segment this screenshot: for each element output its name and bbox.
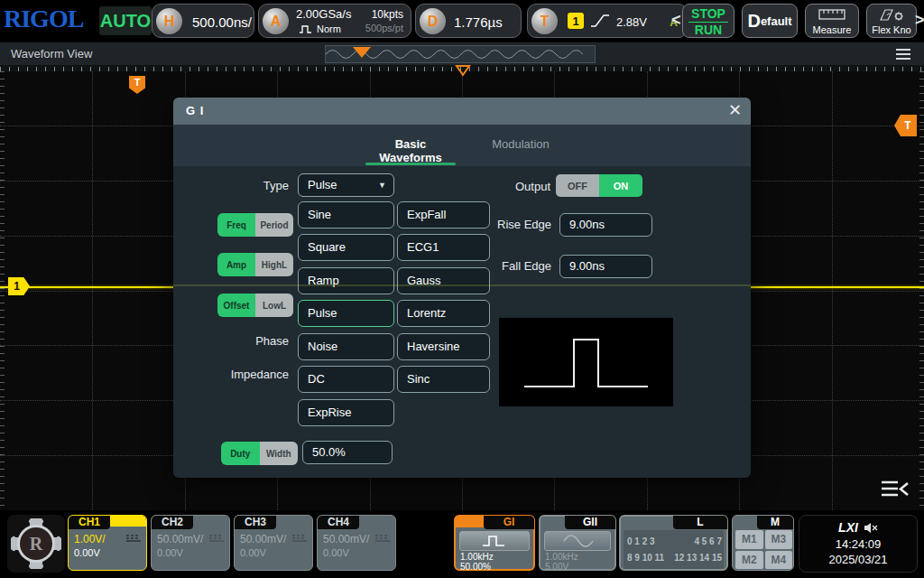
math-name: M xyxy=(757,516,793,529)
math4-button[interactable]: M4 xyxy=(765,551,793,570)
waveform-button-pulse[interactable]: Pulse xyxy=(298,300,394,327)
output-on[interactable]: ON xyxy=(599,174,642,197)
logic-name: L xyxy=(673,516,727,529)
trigger-position-triangle-icon[interactable] xyxy=(455,65,471,77)
lxi-logo: LXI xyxy=(838,520,858,535)
horizontal-settings[interactable]: H 500.00ns/ xyxy=(152,4,254,38)
measure-button[interactable]: Measure xyxy=(805,4,859,38)
gi-generator-box[interactable]: GI 1.00kHz 50.00% xyxy=(454,515,535,571)
acquire-knob-icon[interactable]: A xyxy=(263,8,289,34)
logic-panel: 0 1 2 3 4 5 6 7 8 9 10 11 12 13 14 15 xyxy=(624,530,724,569)
pulse-icon xyxy=(299,24,313,33)
duty-field[interactable]: 50.0% xyxy=(302,441,393,464)
sample-resolution: 500ps/pt xyxy=(365,23,403,33)
dialog-header[interactable]: G I ✕ xyxy=(173,98,751,125)
trigger-level-marker[interactable]: T xyxy=(894,115,917,136)
toolbar-next-arrow[interactable]: > xyxy=(915,11,924,30)
waveform-button-ecg1[interactable]: ECG1 xyxy=(397,234,490,261)
type-dropdown[interactable]: Pulse ▼ xyxy=(298,173,394,197)
amp-option[interactable]: Amp xyxy=(217,253,255,276)
waveform-button-sinc[interactable]: Sinc xyxy=(397,366,490,393)
page-title: Waveform View xyxy=(11,47,92,61)
default-rest: efault xyxy=(761,14,792,28)
channel2-scale: 50.00mV/ xyxy=(157,533,203,545)
rising-edge-icon xyxy=(589,13,611,29)
gii-amp: 5.00V xyxy=(545,562,568,572)
phase-label: Phase xyxy=(173,334,289,348)
trigger-settings[interactable]: T 1 2.88V A xyxy=(527,4,688,38)
channel1-marker[interactable]: 1 xyxy=(8,277,30,295)
clock-date: 2025/03/21 xyxy=(799,553,917,566)
status-box[interactable]: LXI 14:24:09 2025/03/21 xyxy=(799,515,918,573)
channel3-box[interactable]: CH3 50.00mV/ 0.00V xyxy=(234,515,313,571)
bw-limit-icon xyxy=(291,534,308,542)
waveform-button-noise[interactable]: Noise xyxy=(298,333,394,360)
output-off[interactable]: OFF xyxy=(556,174,599,197)
gii-generator-box[interactable]: GII 1.00kHz 5.00V xyxy=(539,515,616,571)
tab-modulation[interactable]: Modulation xyxy=(485,137,557,151)
right-scale-ruler xyxy=(919,71,924,510)
waveform-view-header: Waveform View xyxy=(0,42,924,65)
freq-period-toggle[interactable]: Freq Period xyxy=(217,213,293,237)
rigol-logo: RIGOL xyxy=(4,5,83,33)
delay-value: 1.776µs xyxy=(454,14,503,30)
tab-basic-waveforms[interactable]: Basic Waveforms xyxy=(365,137,456,164)
channel2-box[interactable]: CH2 50.00mV/ 0.00V xyxy=(151,515,230,571)
math3-button[interactable]: M3 xyxy=(765,530,793,549)
logic-box[interactable]: L 0 1 2 3 4 5 6 7 8 9 10 11 12 13 14 15 xyxy=(619,515,728,571)
offset-option[interactable]: Offset xyxy=(217,294,255,317)
gear-logo-icon: R xyxy=(11,518,61,569)
channel4-offset: 0.00V xyxy=(323,547,349,558)
left-scale-ruler xyxy=(0,71,5,510)
fall-edge-field[interactable]: 9.00ns xyxy=(559,255,652,278)
offset-lowl-toggle[interactable]: Offset LowL xyxy=(217,294,293,317)
rise-edge-field[interactable]: 9.00ns xyxy=(559,213,652,237)
highl-option[interactable]: HighL xyxy=(255,253,293,276)
active-tab-underline xyxy=(365,163,456,165)
waveform-button-lorentz[interactable]: Lorentz xyxy=(397,300,490,327)
duty-option[interactable]: Duty xyxy=(221,442,260,465)
math2-button[interactable]: M2 xyxy=(735,551,763,570)
collapse-menu-icon[interactable] xyxy=(880,480,910,503)
bottom-bar: R CH1 1.00V/ 0.00V CH2 50.00mV/ 0.00V CH… xyxy=(0,510,924,578)
clock-time: 14:24:09 xyxy=(799,537,917,551)
channel4-box[interactable]: CH4 50.00mV/ 0.00V xyxy=(317,515,396,571)
close-icon[interactable]: ✕ xyxy=(728,100,742,120)
math-box[interactable]: M M1 M3 M2 M4 xyxy=(732,515,794,571)
channel1-active-bar xyxy=(110,516,146,527)
toolbar-prev-arrow[interactable]: < xyxy=(671,11,681,30)
amp-highl-toggle[interactable]: Amp HighL xyxy=(217,253,293,276)
width-option[interactable]: Width xyxy=(260,442,299,465)
flex-knob-button[interactable]: Flex Kno xyxy=(866,4,917,38)
menu-icon[interactable] xyxy=(895,48,911,64)
fall-edge-label: Fall Edge xyxy=(454,259,551,273)
trigger-position-marker[interactable]: T xyxy=(129,76,145,94)
delay-settings[interactable]: D 1.776µs xyxy=(415,4,522,38)
waveform-button-sine[interactable]: Sine xyxy=(298,201,394,228)
flex-knob-icon xyxy=(878,8,905,23)
duty-width-toggle[interactable]: Duty Width xyxy=(221,442,298,465)
trigger-knob-icon[interactable]: T xyxy=(531,8,558,34)
waveform-overview-strip[interactable] xyxy=(325,45,596,63)
run-mode-badge[interactable]: AUTO xyxy=(99,6,152,35)
waveform-button-exprise[interactable]: ExpRise xyxy=(298,399,394,426)
channel1-box[interactable]: CH1 1.00V/ 0.00V xyxy=(68,515,147,571)
math1-button[interactable]: M1 xyxy=(735,530,763,549)
overview-sine-icon xyxy=(326,46,595,62)
horizontal-knob-icon[interactable]: H xyxy=(156,8,182,34)
stop-run-button[interactable]: STOP RUN xyxy=(682,4,735,38)
home-gear-button[interactable]: R xyxy=(7,515,65,573)
output-switch[interactable]: OFF ON xyxy=(556,174,642,197)
svg-text:R: R xyxy=(30,534,43,554)
lowl-option[interactable]: LowL xyxy=(255,294,293,317)
waveform-button-dc[interactable]: DC xyxy=(298,366,394,393)
freq-option[interactable]: Freq xyxy=(217,213,255,237)
logic-digits-0-3: 0 1 2 3 xyxy=(627,536,655,546)
waveform-button-square[interactable]: Square xyxy=(298,234,394,261)
waveform-button-ramp[interactable]: Ramp xyxy=(298,267,394,294)
period-option[interactable]: Period xyxy=(255,213,293,237)
delay-knob-icon[interactable]: D xyxy=(420,8,446,34)
waveform-button-haversine[interactable]: Haversine xyxy=(397,333,490,360)
default-button[interactable]: Default xyxy=(742,4,798,38)
acquisition-settings[interactable]: A 2.00GSa/s Norm 10kpts 500ps/pt xyxy=(258,4,411,38)
